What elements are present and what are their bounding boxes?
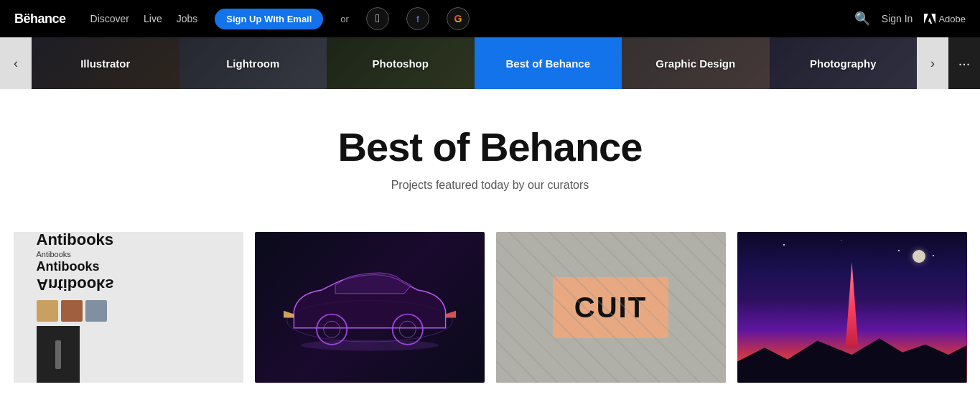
antibooks-figure: [37, 326, 80, 383]
nav-links: Discover Live Jobs: [90, 13, 198, 24]
category-bar: ‹ Illustrator Lightroom Photoshop Best o…: [0, 37, 980, 89]
gallery-inner-4: [737, 232, 967, 383]
antibooks-image-row: [37, 300, 114, 322]
apple-signin-button[interactable]: : [366, 7, 389, 30]
category-photoshop[interactable]: Photoshop: [327, 37, 475, 89]
gallery-inner-2: [255, 232, 485, 383]
antibooks-text-2: Antibooks: [37, 260, 114, 274]
category-photoshop-label: Photoshop: [367, 57, 434, 70]
or-label: or: [340, 14, 349, 24]
navbar: Bëhance Discover Live Jobs Sign Up With …: [0, 0, 980, 37]
antibooks-flipped: Antibooks: [37, 276, 114, 293]
facebook-signin-button[interactable]: f: [406, 7, 429, 30]
category-next-button[interactable]: ›: [917, 37, 948, 89]
gallery-inner-3: CUIT: [496, 232, 726, 383]
gallery-item-car[interactable]: [255, 232, 485, 383]
signin-link[interactable]: Sign In: [882, 13, 913, 24]
svg-point-5: [301, 340, 439, 350]
gallery: Antibooks Antibooks Antibooks Antibooks: [0, 215, 980, 383]
nav-live[interactable]: Live: [144, 13, 162, 24]
gallery-inner-1: Antibooks Antibooks Antibooks Antibooks: [14, 232, 243, 383]
gallery-item-antibooks[interactable]: Antibooks Antibooks Antibooks Antibooks: [14, 232, 243, 383]
category-photography[interactable]: Photography: [770, 37, 918, 89]
category-illustrator[interactable]: Illustrator: [32, 37, 179, 89]
category-photography-label: Photography: [804, 57, 882, 70]
category-illustrator-label: Illustrator: [75, 57, 136, 70]
antibooks-subtitle: Antibooks: [37, 250, 114, 258]
category-best-label: Best of Behance: [500, 57, 596, 70]
gallery-item-cuit[interactable]: CUIT: [496, 232, 726, 383]
category-lightroom[interactable]: Lightroom: [179, 37, 327, 89]
google-g-icon: G: [454, 13, 462, 24]
adobe-icon: [924, 13, 935, 24]
hero-section: Best of Behance Projects featured today …: [0, 89, 980, 215]
behance-logo[interactable]: Bëhance: [14, 11, 66, 27]
nav-discover[interactable]: Discover: [90, 13, 129, 24]
category-lightroom-label: Lightroom: [220, 57, 285, 70]
antibooks-text-1: Antibooks: [37, 232, 114, 248]
category-more-button[interactable]: ···: [948, 37, 980, 89]
category-prev-button[interactable]: ‹: [0, 37, 32, 89]
neon-car-svg: [266, 247, 473, 368]
category-items: Illustrator Lightroom Photoshop Best of …: [32, 37, 917, 89]
hero-title: Best of Behance: [14, 124, 966, 170]
category-best-of-behance[interactable]: Best of Behance: [475, 37, 622, 89]
hero-subtitle: Projects featured today by our curators: [14, 179, 966, 192]
navbar-right: 🔍 Sign In Adobe: [854, 11, 966, 27]
google-signin-button[interactable]: G: [447, 7, 470, 30]
category-graphic-design[interactable]: Graphic Design: [622, 37, 770, 89]
category-graphic-label: Graphic Design: [650, 57, 741, 70]
search-icon[interactable]: 🔍: [854, 11, 870, 27]
adobe-link[interactable]: Adobe: [924, 13, 966, 24]
gallery-item-mountain[interactable]: [737, 232, 967, 383]
nav-jobs[interactable]: Jobs: [177, 13, 198, 24]
signup-email-button[interactable]: Sign Up With Email: [215, 9, 323, 29]
